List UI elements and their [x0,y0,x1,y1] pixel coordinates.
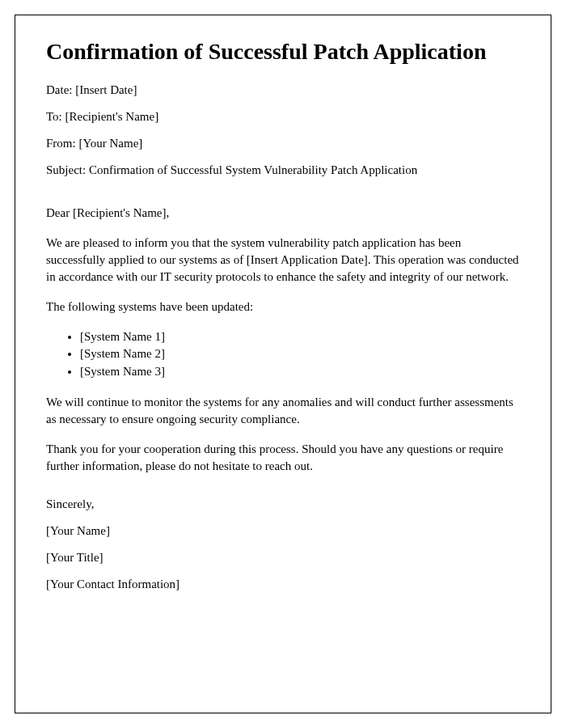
document-title: Confirmation of Successful Patch Applica… [46,38,520,66]
body-paragraph-4: Thank you for your cooperation during th… [46,441,520,475]
body-paragraph-1: We are pleased to inform you that the sy… [46,235,520,286]
body-paragraph-2: The following systems have been updated: [46,298,520,315]
date-value: [Insert Date] [75,83,137,96]
signature-name: [Your Name] [46,524,520,538]
date-label: Date: [46,83,75,96]
to-line: To: [Recipient's Name] [46,110,520,124]
signature-contact: [Your Contact Information] [46,578,520,591]
signature-block: Sincerely, [Your Name] [Your Title] [You… [46,497,520,591]
date-line: Date: [Insert Date] [46,83,520,97]
from-label: From: [46,137,78,150]
subject-line: Subject: Confirmation of Successful Syst… [46,163,520,177]
systems-list: [System Name 1] [System Name 2] [System … [80,328,520,381]
signoff: Sincerely, [46,497,520,511]
list-item: [System Name 2] [80,345,520,363]
list-item: [System Name 3] [80,363,520,381]
subject-label: Subject: [46,163,89,176]
document-page: Confirmation of Successful Patch Applica… [15,15,551,713]
list-item: [System Name 1] [80,328,520,346]
subject-value: Confirmation of Successful System Vulner… [89,163,417,176]
to-value: [Recipient's Name] [65,110,159,123]
salutation: Dear [Recipient's Name], [46,205,520,222]
signature-title: [Your Title] [46,551,520,565]
body-paragraph-3: We will continue to monitor the systems … [46,394,520,428]
from-value: [Your Name] [78,137,142,150]
to-label: To: [46,110,65,123]
from-line: From: [Your Name] [46,137,520,150]
